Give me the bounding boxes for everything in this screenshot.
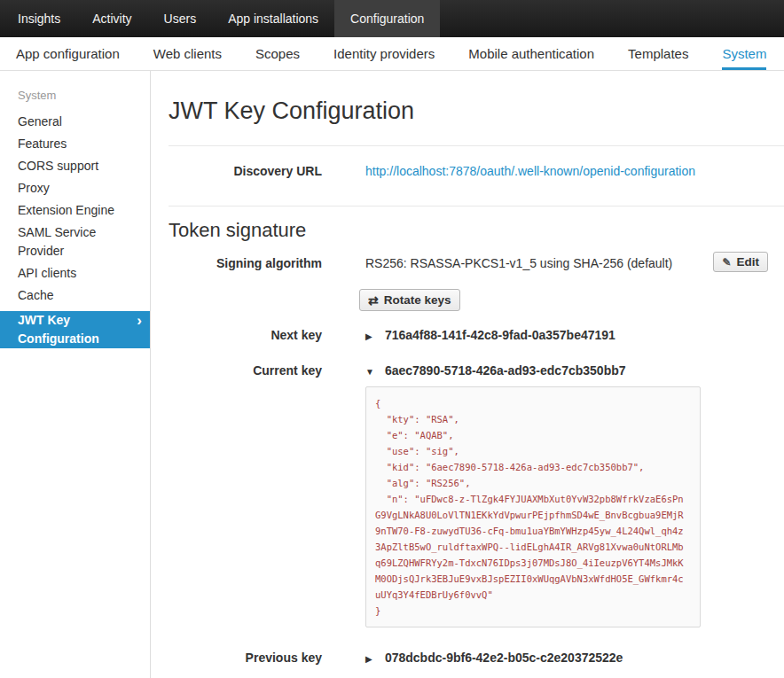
sidebar-item-cors-support[interactable]: CORS support	[0, 155, 150, 177]
next-key-row: Next key ▶ 716a4f88-141f-42c8-9fad-0a357…	[169, 326, 784, 346]
sidebar-item-general[interactable]: General	[0, 111, 150, 133]
rotate-keys-row: ⇄ Rotate keys	[169, 289, 784, 311]
previous-key-id: 078dcbdc-9bf6-42e2-b05c-c2e20372522e	[385, 651, 623, 665]
pencil-icon: ✎	[722, 256, 731, 269]
edit-button-label: Edit	[737, 255, 760, 269]
current-key-label: Current key	[169, 362, 322, 379]
chevron-right-icon: ›	[137, 311, 142, 330]
subnav-item-app-configuration[interactable]: App configuration	[16, 37, 120, 70]
next-key-label: Next key	[169, 326, 322, 344]
token-signature-heading: Token signature	[169, 217, 784, 244]
sidebar-item-label: JWT Key Configuration	[18, 313, 99, 346]
sidebar-item-saml-service-provider[interactable]: SAML Service Provider	[0, 222, 150, 262]
signing-algorithm-row: Signing algorithm RS256: RSASSA-PKCS1-v1…	[169, 254, 784, 272]
discovery-url-row: Discovery URL http://localhost:7878/oaut…	[169, 162, 784, 180]
edit-button[interactable]: ✎ Edit	[713, 252, 768, 272]
subnav-item-identity-providers[interactable]: Identity providers	[333, 37, 435, 70]
discovery-url-label: Discovery URL	[169, 162, 322, 180]
topnav-item-app-installations[interactable]: App installations	[212, 0, 334, 37]
sidebar-item-jwt-key-configuration[interactable]: JWT Key Configuration ›	[0, 311, 150, 348]
signing-algorithm-label: Signing algorithm	[169, 254, 322, 272]
signing-algorithm-value: RS256: RSASSA-PKCS1-v1_5 using SHA-256 (…	[365, 254, 672, 272]
top-navigation: Insights Activity Users App installation…	[0, 0, 784, 37]
topnav-item-configuration[interactable]: Configuration	[334, 0, 440, 37]
previous-key-row: Previous key ▶ 078dcbdc-9bf6-42e2-b05c-c…	[169, 649, 784, 668]
subnav-item-system[interactable]: System	[722, 37, 766, 70]
subnav-item-scopes[interactable]: Scopes	[255, 37, 300, 70]
next-key-id: 716a4f88-141f-42c8-9fad-0a357be47191	[385, 328, 615, 342]
current-key-row: Current key ▼ 6aec7890-5718-426a-ad93-ed…	[169, 362, 784, 627]
sidebar-item-extension-engine[interactable]: Extension Engine	[0, 199, 150, 222]
expand-toggle-icon[interactable]: ▶	[365, 651, 374, 668]
subnav-item-templates[interactable]: Templates	[628, 37, 688, 70]
sidebar-header: System	[0, 71, 150, 111]
main-content: JWT Key Configuration Discovery URL http…	[151, 71, 784, 678]
system-sidebar: System General Features CORS support Pro…	[0, 71, 151, 678]
sidebar-item-proxy[interactable]: Proxy	[0, 177, 150, 199]
rotate-keys-button-label: Rotate keys	[384, 293, 451, 307]
subnav-item-mobile-authentication[interactable]: Mobile authentication	[468, 37, 594, 70]
current-key-id: 6aec7890-5718-426a-ad93-edc7cb350bb7	[385, 363, 626, 378]
previous-key-label: Previous key	[169, 649, 322, 666]
sidebar-item-api-clients[interactable]: API clients	[0, 262, 150, 284]
sidebar-item-features[interactable]: Features	[0, 133, 150, 155]
discovery-url-link[interactable]: http://localhost:7878/oauth/.well-known/…	[365, 164, 695, 178]
rotate-keys-button[interactable]: ⇄ Rotate keys	[359, 289, 460, 311]
divider	[169, 206, 784, 207]
divider	[169, 145, 784, 146]
subnav-item-web-clients[interactable]: Web clients	[153, 37, 222, 70]
topnav-item-activity[interactable]: Activity	[76, 0, 147, 37]
topnav-item-insights[interactable]: Insights	[2, 0, 76, 37]
configuration-sub-navigation: App configuration Web clients Scopes Ide…	[0, 37, 784, 71]
expand-toggle-icon[interactable]: ▶	[365, 328, 374, 346]
topnav-item-users[interactable]: Users	[148, 0, 213, 37]
collapse-toggle-icon[interactable]: ▼	[365, 363, 374, 381]
rotate-arrows-icon: ⇄	[368, 294, 379, 307]
jwk-json-block: { "kty": "RSA", "e": "AQAB", "use": "sig…	[365, 386, 701, 627]
page-title: JWT Key Configuration	[169, 94, 784, 128]
sidebar-item-cache[interactable]: Cache	[0, 284, 150, 307]
